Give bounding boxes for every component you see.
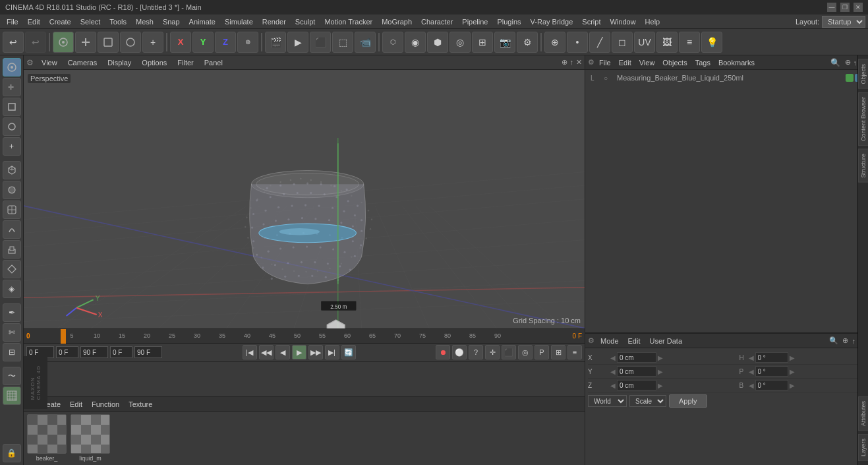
vp-cameras-menu[interactable]: Cameras	[65, 57, 100, 68]
menu-window[interactable]: Window	[606, 16, 639, 27]
title-bar-controls[interactable]: — ❐ ✕	[827, 3, 863, 12]
vp-panel-menu[interactable]: Panel	[202, 57, 225, 68]
attr-x-pos-inc[interactable]: ▶	[658, 354, 663, 361]
loop-button[interactable]: 🔄	[341, 345, 356, 359]
mat-texture-menu[interactable]: Texture	[125, 399, 156, 410]
obj-objects-menu[interactable]: Objects	[659, 57, 690, 68]
viewport-3d[interactable]: Perspective Grid Spacing : 10 cm	[24, 70, 585, 328]
attr-z-pos-dec[interactable]: ◀	[610, 382, 616, 389]
x-axis-button[interactable]: X	[170, 32, 191, 53]
scale-dropdown[interactable]: Scale	[629, 395, 666, 407]
obj-add-icon[interactable]: ↑	[854, 59, 857, 67]
motion-pos-button[interactable]: P	[535, 345, 549, 359]
vtab-structure[interactable]: Structure	[858, 149, 869, 183]
sidebar-patch-btn[interactable]	[3, 201, 21, 219]
mat-edit-menu[interactable]: Edit	[67, 399, 86, 410]
render-region-button[interactable]: ⬛	[310, 32, 331, 53]
menu-select[interactable]: Select	[76, 16, 105, 27]
play-button[interactable]: ▶	[292, 345, 306, 359]
add-button[interactable]	[75, 32, 96, 53]
preview-start-input[interactable]	[110, 346, 132, 358]
attr-x-pos-dec[interactable]: ◀	[610, 354, 616, 361]
step-back-button[interactable]: ◀◀	[259, 345, 274, 359]
obj-settings-icon[interactable]: ⚙	[588, 58, 594, 67]
timeline-view-button[interactable]: ≡	[567, 345, 582, 359]
vp-options-menu[interactable]: Options	[139, 57, 169, 68]
end-frame-input[interactable]	[80, 346, 108, 358]
vp-filter-menu[interactable]: Filter	[175, 57, 196, 68]
rotate-button[interactable]	[120, 32, 141, 53]
step-forward-button[interactable]: ▶▶	[308, 345, 323, 359]
poly-button[interactable]: ◻	[612, 32, 633, 53]
menu-help[interactable]: Help	[641, 16, 664, 27]
menu-snap[interactable]: Snap	[159, 16, 184, 27]
menu-sculpt[interactable]: Sculpt	[291, 16, 320, 27]
render-to-po-button[interactable]: 📹	[355, 32, 376, 53]
obj-search-icon[interactable]: 🔍	[829, 57, 842, 68]
sidebar-scale-btn[interactable]	[3, 98, 21, 116]
attr-mode-menu[interactable]: Mode	[597, 336, 622, 346]
attr-z-pos-input[interactable]	[617, 380, 656, 390]
mat-function-menu[interactable]: Function	[88, 399, 123, 410]
attr-h-inc[interactable]: ▶	[790, 354, 795, 361]
attr-p-inc[interactable]: ▶	[790, 368, 795, 375]
attr-up-icon[interactable]: ↑	[852, 337, 856, 345]
vtab-layers[interactable]: Layers	[858, 434, 869, 461]
apply-button[interactable]: Apply	[669, 394, 707, 408]
move-button[interactable]	[98, 32, 119, 53]
menu-plugins[interactable]: Plugins	[493, 16, 525, 27]
attr-userdata-menu[interactable]: User Data	[647, 336, 686, 346]
vp-close-icon[interactable]: ✕	[576, 58, 582, 67]
obj-view-menu[interactable]: View	[636, 57, 658, 68]
vtab-objects[interactable]: Objects	[858, 59, 869, 89]
loop-button[interactable]: ⊞	[472, 32, 493, 53]
attr-y-pos-inc[interactable]: ▶	[658, 368, 663, 375]
vtab-attributes[interactable]: Attributes	[858, 396, 869, 431]
obj-item-beaker[interactable]: L ○ Measuring_Beaker_Blue_Liquid_250ml	[588, 73, 865, 83]
attr-z-pos-inc[interactable]: ▶	[658, 382, 663, 389]
sidebar-rotate-btn[interactable]	[3, 117, 21, 136]
obj-bookmarks-menu[interactable]: Bookmarks	[715, 57, 758, 68]
menu-tools[interactable]: Tools	[105, 16, 130, 27]
light-button[interactable]: 💡	[701, 32, 722, 53]
z-axis-button[interactable]: Z	[215, 32, 236, 53]
scale-button[interactable]: +	[142, 32, 163, 53]
auto-keyframe-button[interactable]: ⚪	[452, 345, 467, 359]
sidebar-knife-btn[interactable]: ✄	[3, 323, 21, 342]
attr-y-pos-input[interactable]	[617, 366, 656, 377]
uvw-button[interactable]: UV	[634, 32, 655, 53]
sidebar-loop-btn[interactable]: ⊟	[3, 343, 21, 361]
sidebar-move-btn[interactable]: ✛	[3, 78, 21, 96]
menu-pipeline[interactable]: Pipeline	[458, 16, 492, 27]
timeline-ruler[interactable]: 0 5 10 15 20 25 30 35 40 45 50 55 60 65 …	[24, 329, 585, 344]
subdivide-button[interactable]: ⬢	[427, 32, 448, 53]
render-view-button[interactable]: ▶	[287, 32, 308, 53]
menu-file[interactable]: File	[3, 16, 22, 27]
render-ir-button[interactable]: ⬚	[332, 32, 353, 53]
layout-select[interactable]: Layout: Startup	[796, 16, 865, 28]
sidebar-sphere-btn[interactable]	[3, 181, 21, 199]
minimize-button[interactable]: —	[827, 3, 836, 12]
sidebar-cloner-btn[interactable]: ◈	[3, 280, 21, 298]
vp-display-menu[interactable]: Display	[105, 57, 134, 68]
attr-x-pos-input[interactable]	[617, 352, 656, 363]
motion-grid-button[interactable]: ⊞	[551, 345, 565, 359]
menu-mesh[interactable]: Mesh	[132, 16, 158, 27]
menu-vray[interactable]: V-Ray Bridge	[527, 16, 577, 27]
keyframe-all-button[interactable]: ?	[469, 345, 483, 359]
object-mode-button[interactable]	[53, 32, 74, 53]
sidebar-pen-btn[interactable]: ✒	[3, 303, 21, 322]
undo-button[interactable]: ↩	[3, 32, 24, 53]
menu-character[interactable]: Character	[417, 16, 457, 27]
sidebar-cube-btn[interactable]	[3, 161, 21, 179]
layout-dropdown[interactable]: Startup	[822, 16, 865, 28]
sidebar-cursor-btn[interactable]	[3, 58, 21, 77]
menu-mograph[interactable]: MoGraph	[378, 16, 416, 27]
attr-p-dec[interactable]: ◀	[749, 368, 754, 375]
vp-maximize-icon[interactable]: ⊕	[562, 58, 567, 67]
obj-settings2-icon[interactable]: ⊕	[845, 58, 851, 67]
expand-button[interactable]: ◎	[449, 32, 471, 53]
menu-motion-tracker[interactable]: Motion Tracker	[320, 16, 376, 27]
vp-minimize-icon[interactable]: ↑	[570, 58, 574, 67]
attr-add-icon[interactable]: ⊕	[842, 336, 848, 345]
